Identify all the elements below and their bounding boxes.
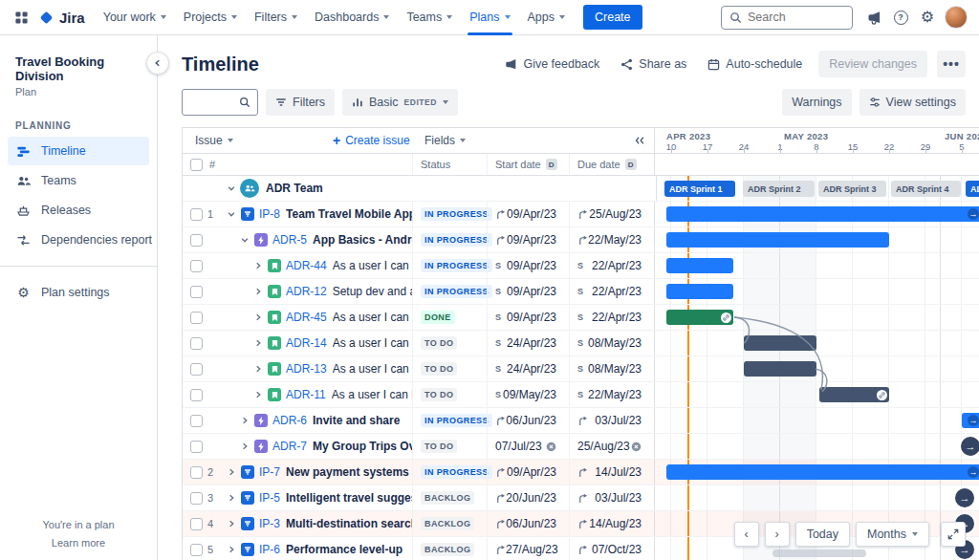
expand-row-icon[interactable] [238,417,251,424]
timeline-cell[interactable] [654,227,979,252]
share-as-button[interactable]: Share as [612,52,695,76]
start-date-cell[interactable]: S09/May/23 [487,382,569,407]
due-date-cell[interactable]: 14/Aug/23 [569,511,654,536]
start-date-cell[interactable]: 09/Apr/23 [487,460,569,485]
expand-row-icon[interactable] [251,288,265,295]
due-date-column-header[interactable]: Due dateD [569,154,654,175]
timeline-cell[interactable] [654,253,979,278]
issue-key[interactable]: ADR-44 [286,259,327,272]
sprint-lozenge[interactable]: ADR Sprint 3 [818,181,886,197]
status-cell[interactable]: IN PROGRESS [412,279,487,304]
due-date-cell[interactable]: 25/Aug/23 [569,202,654,226]
help-icon[interactable]: ? [887,4,914,31]
timeline-cell[interactable]: → [654,485,979,510]
offscreen-bar-button[interactable]: → [961,437,979,456]
status-cell[interactable]: TO DO [412,434,487,459]
collapse-row-icon[interactable] [225,210,238,218]
status-cell[interactable]: IN PROGRESS [412,253,487,278]
expand-row-icon[interactable] [251,365,265,373]
row-checkbox[interactable] [190,518,203,530]
due-date-cell[interactable]: 25/Aug/23 [569,434,654,459]
dependency-link-icon[interactable] [877,390,887,400]
row-checkbox[interactable] [190,415,203,427]
jira-logo[interactable]: Jira [38,10,85,26]
sprint-lozenge[interactable]: ADR Sprint 1 [664,181,735,197]
status-cell[interactable]: DONE [412,305,487,330]
issue-row[interactable]: ADR-7My Group Trips OverviewTO DO07/Jul/… [183,434,979,460]
start-date-cell[interactable]: S09/Apr/23 [487,279,569,304]
sidebar-item-teams[interactable]: Teams [8,166,149,195]
warnings-button[interactable]: Warnings [782,89,851,116]
app-switcher-icon[interactable] [8,4,34,31]
settings-gear-icon[interactable]: ⚙ [914,4,941,31]
timeline-cell[interactable]: → [654,460,979,485]
issue-key[interactable]: ADR-12 [286,285,327,298]
timeline-cell[interactable] [654,305,979,330]
due-date-cell[interactable]: 03/Jul/23 [569,408,654,433]
start-date-cell[interactable]: S09/Apr/23 [487,253,569,278]
review-changes-button[interactable]: Review changes [818,51,927,77]
sidebar-item-releases[interactable]: Releases [8,196,149,225]
issue-row[interactable]: 1IP-8Team Travel Mobile AppsIN PROGRESS0… [183,202,979,227]
status-cell[interactable]: TO DO [412,331,487,355]
create-button[interactable]: Create [583,5,642,30]
issue-key[interactable]: ADR-45 [286,311,327,324]
timeline-bar[interactable] [744,335,816,351]
status-cell[interactable]: BACKLOG [412,511,487,536]
timeline-cell[interactable] [654,331,979,355]
nav-item-filters[interactable]: Filters [246,0,306,35]
timeline-bar[interactable] [744,361,816,377]
more-actions-button[interactable]: ••• [937,51,966,77]
row-checkbox[interactable] [190,208,203,221]
issue-row[interactable]: 3IP-5Intelligent travel suggestionsBACKL… [183,485,979,511]
create-issue-button[interactable]: + Create issue [333,128,410,153]
issue-key[interactable]: IP-6 [259,543,280,556]
row-checkbox[interactable] [190,389,203,401]
fullscreen-button[interactable] [941,522,966,547]
issue-row[interactable]: ADR-12Setup dev and and ...IN PROGRESSS0… [183,279,979,305]
start-date-cell[interactable]: S09/Apr/23 [487,305,569,330]
row-checkbox[interactable] [190,260,203,272]
row-checkbox[interactable] [190,337,203,350]
timeline-bar[interactable] [666,258,733,273]
issue-key[interactable]: IP-7 [259,465,280,479]
filters-button[interactable]: Filters [266,89,335,116]
nav-item-your-work[interactable]: Your work [95,0,175,35]
issue-key[interactable]: ADR-5 [272,233,307,247]
issue-key[interactable]: ADR-7 [272,440,307,453]
start-date-cell[interactable]: 06/Jun/23 [487,511,569,536]
row-checkbox[interactable] [190,234,203,247]
expand-row-icon[interactable] [251,391,265,398]
start-date-cell[interactable]: 27/Aug/23 [487,537,569,560]
timeline-cell[interactable] [654,279,979,304]
due-date-cell[interactable]: 22/May/23 [569,227,654,252]
team-group-row[interactable]: ADR TeamADR Sprint 1ADR Sprint 2ADR Spri… [183,176,979,202]
select-all-checkbox[interactable] [190,159,203,171]
dependency-link-icon[interactable] [721,312,731,323]
issue-row[interactable]: ADR-11As a user I can log i...TO DOS09/M… [183,382,979,408]
today-button[interactable]: Today [795,522,850,547]
remove-date-icon[interactable] [631,442,642,452]
collapse-row-icon[interactable] [238,236,251,244]
give-feedback-button[interactable]: Give feedback [496,52,608,76]
due-date-cell[interactable]: 07/Oct/23 [569,537,654,560]
issue-row[interactable]: ADR-13As a user I can log i...TO DOS24/A… [183,356,979,382]
timeline-cell[interactable]: → [654,434,979,459]
timeline-cell[interactable] [654,382,979,407]
start-date-cell[interactable]: S24/Apr/23 [487,356,569,381]
offscreen-bar-button[interactable]: → [955,488,974,507]
issue-key[interactable]: ADR-6 [272,414,307,427]
timeline-cell[interactable]: → [654,202,979,226]
timeline-bar[interactable]: → [962,413,979,428]
collapse-group-icon[interactable] [225,184,238,192]
issue-row[interactable]: ADR-6Invite and shareIN PROGRESS06/Jun/2… [183,408,979,434]
learn-more-link[interactable]: Learn more [0,537,157,549]
search-input[interactable] [748,11,844,24]
timeline-cell[interactable]: → [654,408,979,433]
status-cell[interactable]: IN PROGRESS [412,227,487,252]
issue-key[interactable]: ADR-14 [286,336,327,350]
row-checkbox[interactable] [190,466,203,479]
nav-item-teams[interactable]: Teams [398,0,461,35]
horizontal-scrollbar[interactable] [772,549,866,557]
issue-row[interactable]: ADR-44As a user I can up...IN PROGRESSS0… [183,253,979,279]
